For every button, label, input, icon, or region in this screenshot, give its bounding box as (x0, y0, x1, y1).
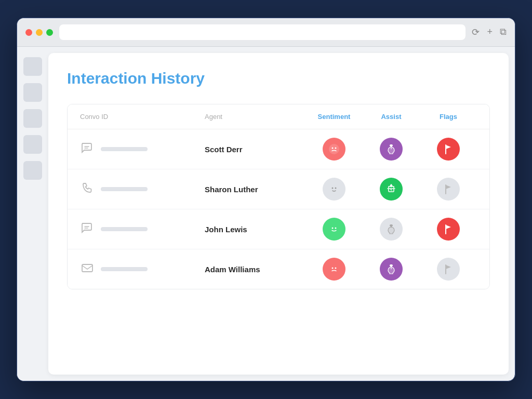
sentiment-cell (305, 218, 363, 241)
col-convo-id: Convo ID (80, 113, 205, 121)
svg-point-13 (332, 228, 334, 229)
svg-point-18 (335, 268, 337, 269)
sidebar-item-3[interactable] (23, 109, 42, 128)
duplicate-icon[interactable]: ⧉ (500, 26, 507, 38)
assist-icon (380, 218, 403, 241)
flag-cell (420, 178, 477, 201)
browser-controls: ⟳ + ⧉ (472, 26, 507, 38)
svg-point-17 (332, 268, 334, 269)
traffic-lights (25, 29, 53, 36)
browser-window: ⟳ + ⧉ Interaction History Convo ID Agent… (17, 18, 515, 381)
assist-cell (363, 138, 420, 161)
assist-icon (380, 138, 403, 161)
sidebar-item-2[interactable] (23, 83, 42, 102)
chat-icon (80, 222, 95, 236)
agent-name: John Lewis (205, 225, 305, 234)
browser-chrome: ⟳ + ⧉ (17, 18, 515, 47)
sidebar-item-4[interactable] (23, 135, 42, 154)
convo-id-bar (101, 267, 148, 271)
browser-body: Interaction History Convo ID Agent Senti… (17, 47, 515, 381)
page-title: Interaction History (67, 70, 490, 87)
convo-cell (80, 142, 205, 156)
convo-cell (80, 182, 205, 196)
chat-icon (80, 142, 95, 156)
assist-icon (380, 178, 403, 201)
svg-point-3 (332, 148, 334, 149)
flag-cell (420, 218, 477, 241)
table-row[interactable]: Scott Derr (68, 129, 489, 169)
address-bar[interactable] (59, 24, 466, 40)
assist-cell (363, 218, 420, 241)
sentiment-icon (323, 218, 345, 241)
col-flags: Flags (420, 113, 477, 121)
svg-point-7 (332, 188, 334, 189)
sidebar (17, 47, 48, 381)
col-assist: Assist (363, 113, 420, 121)
flag-icon (437, 218, 460, 241)
interaction-table: Convo ID Agent Sentiment Assist Flags (67, 104, 490, 289)
maximize-button[interactable] (46, 29, 53, 36)
sidebar-item-5[interactable] (23, 161, 42, 180)
flag-icon (437, 178, 460, 201)
flag-cell (420, 258, 477, 281)
table-row[interactable]: Sharon Luther (68, 169, 489, 209)
new-tab-icon[interactable]: + (487, 26, 493, 38)
refresh-icon[interactable]: ⟳ (472, 26, 480, 38)
agent-name: Sharon Luther (205, 185, 305, 194)
svg-point-14 (335, 228, 337, 229)
agent-name: Adam Williams (205, 265, 305, 274)
table-header: Convo ID Agent Sentiment Assist Flags (68, 104, 489, 129)
sentiment-icon (323, 258, 345, 281)
sentiment-icon (323, 138, 345, 161)
col-agent: Agent (205, 113, 305, 121)
convo-id-bar (101, 147, 148, 151)
flag-icon (437, 258, 460, 281)
sentiment-cell (305, 138, 363, 161)
assist-icon (380, 258, 403, 281)
table-row[interactable]: John Lewis (68, 209, 489, 249)
table-row[interactable]: Adam Williams (68, 249, 489, 289)
svg-point-2 (329, 144, 339, 154)
phone-icon (80, 182, 95, 196)
flag-cell (420, 138, 477, 161)
sentiment-icon (323, 178, 345, 201)
minimize-button[interactable] (36, 29, 43, 36)
email-icon (80, 263, 95, 275)
close-button[interactable] (25, 29, 32, 36)
main-content: Interaction History Convo ID Agent Senti… (48, 53, 509, 375)
svg-point-4 (335, 148, 337, 149)
sidebar-item-1[interactable] (23, 57, 42, 76)
convo-cell (80, 222, 205, 236)
convo-cell (80, 263, 205, 275)
convo-id-bar (101, 227, 148, 231)
sentiment-cell (305, 178, 363, 201)
svg-point-8 (335, 188, 337, 189)
sentiment-cell (305, 258, 363, 281)
assist-cell (363, 178, 420, 201)
agent-name: Scott Derr (205, 145, 305, 154)
svg-rect-16 (82, 264, 92, 272)
convo-id-bar (101, 187, 148, 191)
flag-icon (437, 138, 460, 161)
col-sentiment: Sentiment (305, 113, 363, 121)
assist-cell (363, 258, 420, 281)
